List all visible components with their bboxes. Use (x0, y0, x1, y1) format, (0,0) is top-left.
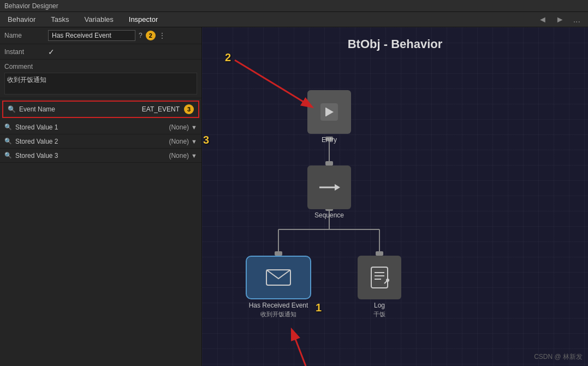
help-icon-btn[interactable]: ? (139, 32, 142, 39)
more-icon-btn[interactable]: ⋮ (159, 32, 165, 39)
stored-value-1: (None) (169, 123, 189, 131)
svg-rect-7 (325, 161, 333, 166)
stored-label-1: Stored Value 1 (15, 123, 169, 131)
watermark: CSDN @ 林新发 (534, 352, 583, 362)
instant-row: Instant ✓ (0, 44, 201, 60)
menu-inspector[interactable]: Inspector (121, 12, 165, 27)
badge-3: 3 (184, 104, 194, 114)
menu-variables[interactable]: Variables (77, 12, 121, 27)
stored-label-3: Stored Value 3 (15, 152, 169, 160)
svg-line-23 (292, 330, 306, 366)
nav-prev-button[interactable]: ◄ (535, 14, 550, 26)
inspector-panel: Name ? 2 ⋮ Instant ✓ Comment 收到开饭通知 🔍 Ev… (0, 27, 202, 366)
event-sublabel: 收到开饭通知 (260, 310, 296, 318)
menu-behavior[interactable]: Behavior (0, 12, 43, 27)
dropdown-arrow-3[interactable]: ▼ (191, 152, 197, 159)
entry-box[interactable] (307, 90, 351, 134)
event-name-row: 🔍 Event Name EAT_EVENT 3 (2, 101, 199, 118)
sequence-label: Sequence (314, 211, 344, 219)
nav-dots: ... (570, 14, 584, 26)
node-has-received-event[interactable]: Has Received Event 收到开饭通知 (246, 256, 311, 318)
badge-2: 2 (146, 31, 156, 40)
annotation-3-canvas: 3 (203, 134, 209, 146)
annotation-2: 2 (225, 51, 231, 64)
nav-controls: ◄ ► ... (535, 14, 588, 26)
nav-next-button[interactable]: ► (553, 14, 568, 26)
svg-rect-16 (371, 267, 388, 288)
canvas-area[interactable]: BtObj - Behavior (202, 27, 588, 366)
svg-rect-9 (376, 251, 383, 256)
sequence-box[interactable] (307, 166, 351, 209)
instant-label: Instant (4, 48, 48, 56)
log-label: Log (374, 302, 385, 309)
event-name-label: Event Name (19, 105, 142, 113)
log-box[interactable] (358, 256, 401, 299)
stored-row-3: 🔍 Stored Value 3 (None) ▼ (0, 149, 201, 163)
node-sequence[interactable]: Sequence (307, 166, 351, 219)
main-layout: Name ? 2 ⋮ Instant ✓ Comment 收到开饭通知 🔍 Ev… (0, 27, 588, 366)
svg-marker-14 (335, 184, 340, 191)
node-entry[interactable]: Entry (307, 90, 351, 144)
log-icon (369, 266, 390, 289)
canvas-title: BtObj - Behavior (348, 37, 443, 51)
event-box[interactable] (246, 256, 311, 299)
name-input[interactable] (48, 30, 135, 41)
comment-box: Comment 收到开饭通知 (0, 60, 201, 98)
stored-label-2: Stored Value 2 (15, 138, 169, 145)
sequence-icon (317, 180, 341, 195)
name-row: Name ? 2 ⋮ (0, 27, 201, 44)
title-bar-label: Behavior Designer (4, 2, 58, 10)
instant-checkmark: ✓ (48, 48, 55, 56)
stored-row-1: 🔍 Stored Value 1 (None) ▼ (0, 120, 201, 134)
stored-search-icon-2: 🔍 (4, 138, 12, 145)
svg-line-22 (235, 60, 311, 107)
stored-search-icon-1: 🔍 (4, 123, 12, 131)
comment-label: Comment (4, 63, 197, 70)
menu-bar: Behavior Tasks Variables Inspector ◄ ► .… (0, 12, 588, 27)
node-log[interactable]: Log 干饭 (358, 256, 401, 318)
event-label: Has Received Event (249, 302, 308, 309)
svg-point-21 (386, 279, 389, 282)
annotation-1: 1 (316, 302, 322, 314)
stored-value-2: (None) (169, 138, 189, 145)
dropdown-arrow-1[interactable]: ▼ (191, 124, 197, 131)
name-label: Name (4, 32, 48, 39)
search-icon: 🔍 (8, 105, 16, 113)
entry-icon (318, 101, 340, 123)
svg-rect-8 (275, 251, 282, 256)
stored-search-icon-3: 🔍 (4, 152, 12, 159)
event-icon (265, 268, 292, 287)
name-icons: ? 2 ⋮ (139, 31, 165, 40)
stored-value-3: (None) (169, 152, 189, 160)
dropdown-arrow-2[interactable]: ▼ (191, 138, 197, 145)
entry-label: Entry (322, 136, 337, 144)
stored-row-2: 🔍 Stored Value 2 (None) ▼ (0, 134, 201, 149)
title-bar: Behavior Designer (0, 0, 588, 12)
menu-tasks[interactable]: Tasks (43, 12, 76, 27)
comment-text: 收到开饭通知 (4, 73, 197, 95)
event-name-value: EAT_EVENT (142, 105, 180, 113)
log-sublabel: 干饭 (373, 310, 385, 318)
